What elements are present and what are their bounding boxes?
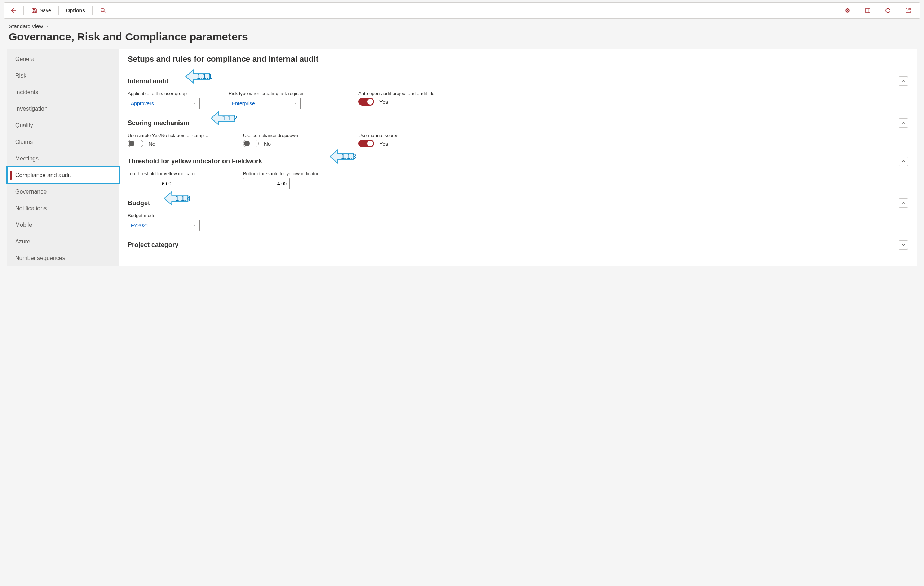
toggle-value: Yes [379,140,388,147]
toolbar-separator [23,6,24,15]
auto-open-toggle[interactable] [358,98,374,106]
collapse-button[interactable] [899,157,908,166]
expand-button[interactable] [899,240,908,249]
chevron-down-icon [293,101,297,106]
chevron-up-icon [901,200,906,206]
field-label: Top threshold for yellow indicator [128,171,229,177]
user-group-select[interactable]: Approvers [128,98,200,109]
tickbox-toggle[interactable] [128,140,144,147]
section-title: Internal audit [128,78,168,85]
budget-model-select[interactable]: FY2021 [128,220,200,231]
collapse-button[interactable] [899,198,908,208]
save-button[interactable]: Save [27,5,55,16]
diamond-grid-icon [844,7,851,14]
toggle-value: Yes [379,99,388,105]
chevron-down-icon [45,24,50,28]
search-icon [100,7,106,14]
svg-point-0 [101,8,104,12]
toggle-value: No [148,140,155,147]
page-title: Governance, Risk and Compliance paramete… [9,31,915,43]
field-manual-scores: Use manual scores Yes [358,133,445,147]
refresh-icon [885,7,891,14]
chevron-down-icon [192,223,196,228]
section-title: Threshold for yellow indicator on Fieldw… [128,158,262,165]
refresh-button[interactable] [881,5,895,16]
view-switcher[interactable]: Standard view [9,23,50,29]
app-switcher-button[interactable] [841,5,855,16]
field-budget-model: Budget model FY2021 [128,213,214,231]
select-value: Enterprise [232,101,255,106]
collapse-button[interactable] [899,76,908,86]
content-title: Setups and rules for compliance and inte… [128,54,908,64]
save-icon [31,7,38,14]
sidebar: General Risk Incidents Investigation Qua… [7,49,119,266]
section-budget: 1.1.4 Budget Budget model FY2021 [128,193,908,235]
field-bottom-threshold: Bottom threshold for yellow indicator [243,171,344,189]
chevron-down-icon [901,242,906,248]
field-top-threshold: Top threshold for yellow indicator [128,171,229,189]
popout-button[interactable] [901,5,915,16]
chevron-up-icon [901,158,906,164]
options-button[interactable]: Options [63,5,89,15]
collapse-button[interactable] [899,118,908,128]
field-label: Use manual scores [358,133,445,138]
back-arrow-icon [10,7,16,14]
section-internal-audit: 1.1.1 Internal audit Applicable to this … [128,71,908,113]
sidebar-item-meetings[interactable]: Meetings [7,150,119,167]
sidebar-item-mobile[interactable]: Mobile [7,217,119,233]
sidebar-item-quality[interactable]: Quality [7,117,119,134]
section-title: Scoring mechanism [128,119,189,127]
sidebar-item-notifications[interactable]: Notifications [7,200,119,217]
search-button[interactable] [96,5,110,16]
sidebar-item-incidents[interactable]: Incidents [7,84,119,101]
chevron-up-icon [901,79,906,84]
field-risk-type: Risk type when creating risk register En… [229,91,344,109]
section-scoring: 1.1.2 Scoring mechanism Use simple Yes/N… [128,113,908,151]
field-label: Auto open audit project and audit file [358,91,445,96]
svg-rect-1 [866,8,870,13]
sidebar-item-investigation[interactable]: Investigation [7,101,119,117]
top-threshold-input[interactable] [128,178,175,189]
field-compliance-dropdown: Use compliance dropdown No [243,133,344,147]
toolbar: Save Options [3,2,921,19]
content-pane: Setups and rules for compliance and inte… [119,49,917,266]
popout-icon [905,7,911,14]
body: General Risk Incidents Investigation Qua… [7,49,917,266]
field-auto-open: Auto open audit project and audit file Y… [358,91,445,109]
sidebar-item-azure[interactable]: Azure [7,233,119,250]
sidebar-item-number-sequences[interactable]: Number sequences [7,250,119,266]
sidebar-item-governance[interactable]: Governance [7,183,119,200]
compliance-dropdown-toggle[interactable] [243,140,259,147]
sidebar-item-claims[interactable]: Claims [7,134,119,150]
save-label: Save [40,8,51,13]
risk-type-select[interactable]: Enterprise [229,98,301,109]
select-value: Approvers [131,101,154,106]
select-value: FY2021 [131,223,148,228]
field-tickbox: Use simple Yes/No tick box for compli...… [128,133,229,147]
toolbar-separator [58,6,59,15]
field-label: Use simple Yes/No tick box for compli... [128,133,229,138]
field-label: Bottom threshold for yellow indicator [243,171,344,177]
sidebar-item-general[interactable]: General [7,51,119,68]
field-label: Applicable to this user group [128,91,214,96]
view-label: Standard view [9,23,43,29]
section-title: Budget [128,200,150,207]
toggle-value: No [264,140,271,147]
bottom-threshold-input[interactable] [243,178,290,189]
options-label: Options [66,8,85,13]
sidebar-item-risk[interactable]: Risk [7,68,119,84]
field-user-group: Applicable to this user group Approvers [128,91,214,109]
side-panel-button[interactable] [861,5,874,16]
section-title: Project category [128,241,178,249]
section-threshold: 1.1.3 Threshold for yellow indicator on … [128,151,908,193]
panel-icon [865,7,871,14]
section-project-category: Project category [128,235,908,253]
sidebar-item-compliance-audit[interactable]: Compliance and audit [7,167,119,183]
page-header: Standard view Governance, Risk and Compl… [0,19,924,46]
chevron-down-icon [192,101,196,106]
field-label: Budget model [128,213,214,218]
manual-scores-toggle[interactable] [358,140,374,147]
back-button[interactable] [6,5,20,16]
field-label: Risk type when creating risk register [229,91,344,96]
chevron-up-icon [901,121,906,125]
